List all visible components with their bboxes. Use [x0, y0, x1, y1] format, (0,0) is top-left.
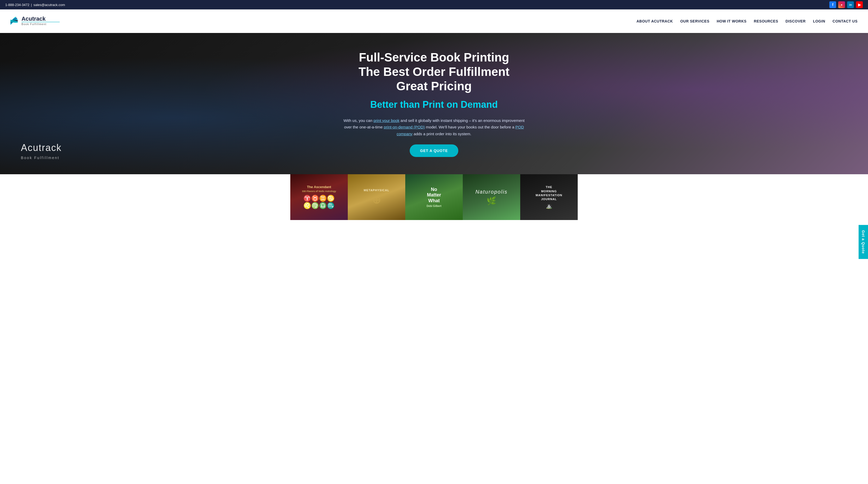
book-cover-image-3: NoMatterWhat Debi Gilbert — [405, 174, 463, 220]
machine-brand-text: Acutrack — [21, 142, 62, 153]
nav-contact[interactable]: CONTACT US — [833, 19, 858, 23]
hero-section: Acutrack Book Fulfillment Full-Service B… — [0, 33, 868, 174]
contact-info: 1-888-234-3472 | sales@acutrack.com — [5, 3, 65, 7]
hero-body-text-3: model. We'll have your books out the doo… — [425, 125, 516, 129]
hero-body-text-4: adds a print order into its system. — [412, 132, 471, 136]
nav-how-it-works[interactable]: HOW IT WORKS — [717, 19, 746, 23]
phone-number[interactable]: 1-888-234-3472 — [5, 3, 30, 7]
print-your-book-link[interactable]: print your book — [373, 118, 399, 123]
hero-body-text-1: With us, you can — [343, 118, 373, 123]
machine-sub-text: Book Fulfillment — [21, 156, 60, 160]
hero-title-line-1: Full-Service Book Printing — [343, 50, 525, 65]
nav-resources[interactable]: RESOURCES — [754, 19, 778, 23]
hero-body-text: With us, you can print your book and sel… — [343, 117, 525, 137]
book-cover-2[interactable]: METAPHYSICAL ⊕ — [348, 174, 405, 220]
top-bar: 1-888-234-3472 | sales@acutrack.com f ● … — [0, 0, 868, 9]
nav-discover[interactable]: DISCOVER — [785, 19, 806, 23]
hero-content: Full-Service Book Printing The Best Orde… — [337, 45, 531, 163]
facebook-icon[interactable]: f — [829, 1, 836, 8]
books-strip: The Ascendant 330 Flavors of Vedic Astro… — [0, 174, 868, 220]
pod-link[interactable]: print-on-demand (POD) — [384, 125, 425, 129]
book-cover-image-2: METAPHYSICAL ⊕ — [348, 174, 405, 220]
nav-login[interactable]: LOGIN — [813, 19, 825, 23]
book-cover-3[interactable]: NoMatterWhat Debi Gilbert — [405, 174, 463, 220]
logo-svg: Acutrack Book Fulfillment — [10, 12, 63, 30]
hero-title-line-3: Great Pricing — [343, 79, 525, 93]
email-address[interactable]: sales@acutrack.com — [33, 3, 65, 7]
book-cover-1[interactable]: The Ascendant 330 Flavors of Vedic Astro… — [290, 174, 348, 220]
linkedin-icon[interactable]: in — [847, 1, 854, 8]
instagram-icon[interactable]: ● — [838, 1, 845, 8]
main-nav: ABOUT ACUTRACK OUR SERVICES HOW IT WORKS… — [637, 19, 858, 23]
hero-subtitle: Better than Print on Demand — [343, 98, 525, 111]
svg-text:Book  Fulfillment: Book Fulfillment — [22, 23, 46, 26]
book-cover-image-5: THEMORNINGMANIFESTATIONJOURNAL ⛰️ — [520, 174, 578, 220]
book-cover-4[interactable]: Naturopolis 🌿 — [463, 174, 520, 220]
book-cover-image-1: The Ascendant 330 Flavors of Vedic Astro… — [290, 174, 348, 220]
header: Acutrack Book Fulfillment ABOUT ACUTRACK… — [0, 9, 868, 33]
nav-services[interactable]: OUR SERVICES — [680, 19, 709, 23]
nav-about[interactable]: ABOUT ACUTRACK — [637, 19, 673, 23]
svg-text:Acutrack: Acutrack — [22, 16, 45, 22]
separator: | — [31, 3, 32, 7]
hero-title-line-2: The Best Order Fulfillment — [343, 65, 525, 79]
youtube-icon[interactable]: ▶ — [856, 1, 863, 8]
book-cover-5[interactable]: THEMORNINGMANIFESTATIONJOURNAL ⛰️ — [520, 174, 578, 220]
book-cover-image-4: Naturopolis 🌿 — [463, 174, 520, 220]
logo-area[interactable]: Acutrack Book Fulfillment — [10, 12, 63, 30]
cta-get-a-quote-button[interactable]: GET A QUOTE — [410, 144, 458, 157]
social-icons: f ● in ▶ — [829, 1, 863, 8]
